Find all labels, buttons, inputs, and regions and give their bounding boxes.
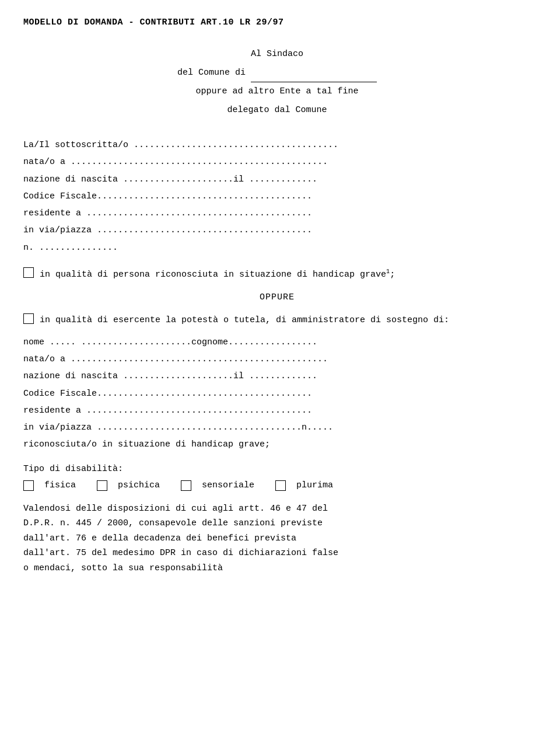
label-psichica: psichica: [118, 480, 160, 490]
bottom-line3: dall'art. 76 e della decadenza dei benef…: [23, 531, 531, 546]
checkbox-plurima[interactable]: [275, 480, 286, 491]
field-codice-fiscale: Codice Fiscale..........................…: [23, 188, 531, 205]
checkbox-sensoriale[interactable]: [181, 480, 191, 491]
checkbox-1[interactable]: [23, 267, 34, 278]
disability-sensoriale: sensoriale: [181, 480, 254, 491]
checkbox-fisica[interactable]: [23, 480, 34, 491]
address-block: Al Sindaco del Comune di oppure ad altro…: [23, 45, 531, 119]
field-via-piazza2: in via/piazza ..........................…: [23, 419, 531, 436]
field-nazione2: nazione di nascita .....................…: [23, 368, 531, 385]
disability-plurima: plurima: [275, 480, 333, 491]
checkbox-2-text: in qualità di esercente la potestà o tut…: [40, 313, 531, 328]
bottom-line2: D.P.R. n. 445 / 2000, consapevole delle …: [23, 516, 531, 531]
field-riconosciuta: riconosciuta/o in situazione di handicap…: [23, 436, 531, 453]
field-n: n. ...............: [23, 239, 531, 256]
disability-fisica: fisica: [23, 480, 76, 491]
bottom-line1: Valendosi delle disposizioni di cui agli…: [23, 501, 531, 517]
label-fisica: fisica: [44, 480, 76, 490]
comune-field: [251, 64, 377, 83]
disability-psichica: psichica: [97, 480, 160, 491]
field-nome: nome ..... .....................cognome.…: [23, 334, 531, 351]
address-line3: oppure ad altro Ente a tal fine: [23, 82, 531, 101]
label-sensoriale: sensoriale: [202, 480, 254, 490]
field-nata-a2: nata/o a ...............................…: [23, 351, 531, 368]
checkbox-2[interactable]: [23, 313, 34, 324]
field-residente2: residente a ............................…: [23, 402, 531, 419]
bottom-line4: dall'art. 75 del medesimo DPR in caso di…: [23, 546, 531, 561]
address-line4: delegato dal Comune: [23, 101, 531, 120]
address-line1: Al Sindaco: [23, 45, 531, 64]
field-residente: residente a ............................…: [23, 205, 531, 222]
checkbox-1-text: in qualità di persona riconosciuta in si…: [40, 267, 531, 282]
bottom-line5: o mendaci, sotto la sua responsabilità: [23, 561, 531, 576]
page-title: MODELLO DI DOMANDA - CONTRIBUTI ART.10 L…: [23, 18, 531, 27]
field-sottoscritta: La/Il sottoscritta/o ...................…: [23, 137, 531, 154]
bottom-text: Valendosi delle disposizioni di cui agli…: [23, 501, 531, 576]
checkbox-row-2: in qualità di esercente la potestà o tut…: [23, 313, 531, 328]
tipo-disabilita-label: Tipo di disabilità:: [23, 464, 531, 474]
checkbox-section-1: in qualità di persona riconosciuta in si…: [23, 267, 531, 282]
oppure-label: OPPURE: [23, 292, 531, 302]
field-nata-a: nata/o a ...............................…: [23, 154, 531, 170]
field-via-piazza: in via/piazza ..........................…: [23, 222, 531, 239]
checkbox-section-2: in qualità di esercente la potestà o tut…: [23, 313, 531, 328]
address-line2: del Comune di: [23, 64, 531, 83]
label-plurima: plurima: [296, 480, 333, 490]
disability-type-row: fisica psichica sensoriale plurima: [23, 480, 531, 491]
field-codice-fiscale2: Codice Fiscale..........................…: [23, 385, 531, 402]
field-nazione: nazione di nascita .....................…: [23, 171, 531, 188]
checkbox-row-1: in qualità di persona riconosciuta in si…: [23, 267, 531, 282]
checkbox-psichica[interactable]: [97, 480, 107, 491]
form-fields-section1: La/Il sottoscritta/o ...................…: [23, 137, 531, 256]
form-fields-section2: nome ..... .....................cognome.…: [23, 334, 531, 454]
